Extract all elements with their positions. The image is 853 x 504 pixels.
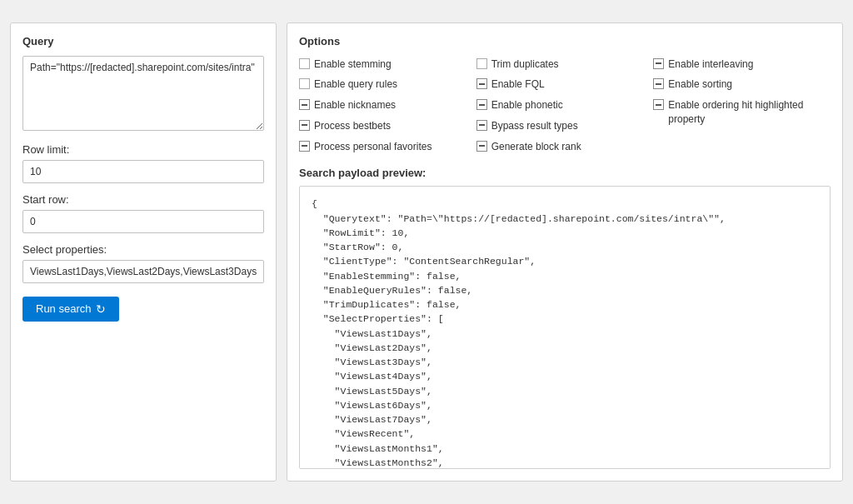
enable-query-rules-label: Enable query rules xyxy=(314,77,397,92)
right-panel: Options Enable stemming Enable query rul… xyxy=(287,22,843,482)
start-row-label: Start row: xyxy=(22,193,264,206)
options-panel-title: Options xyxy=(299,35,831,47)
run-search-button[interactable]: Run search ↻ xyxy=(22,297,119,322)
refresh-icon: ↻ xyxy=(96,302,106,316)
enable-stemming-label: Enable stemming xyxy=(314,57,392,72)
option-enable-stemming[interactable]: Enable stemming xyxy=(299,56,476,73)
enable-interleaving-checkbox[interactable] xyxy=(653,58,664,69)
options-col-1: Enable stemming Enable query rules Enabl… xyxy=(299,56,476,156)
minus-mark xyxy=(479,124,485,126)
minus-mark xyxy=(479,145,485,147)
json-preview[interactable]: { "Querytext": "Path=\"https://[redacted… xyxy=(299,186,831,469)
option-enable-nicknames[interactable]: Enable nicknames xyxy=(299,97,476,114)
enable-sorting-checkbox[interactable] xyxy=(653,78,664,89)
generate-block-rank-checkbox[interactable] xyxy=(476,141,487,152)
minus-mark xyxy=(302,124,307,126)
enable-nicknames-label: Enable nicknames xyxy=(314,98,396,112)
option-enable-sorting[interactable]: Enable sorting xyxy=(653,76,831,93)
process-bestbets-checkbox[interactable] xyxy=(299,120,310,131)
query-input[interactable]: Path="https://[redacted].sharepoint.com/… xyxy=(22,56,264,131)
enable-fql-checkbox[interactable] xyxy=(476,78,487,89)
option-enable-interleaving[interactable]: Enable interleaving xyxy=(653,56,831,73)
enable-nicknames-checkbox[interactable] xyxy=(299,99,310,110)
minus-mark xyxy=(302,104,307,106)
bypass-result-types-label: Bypass result types xyxy=(491,119,578,133)
run-search-label: Run search xyxy=(36,302,91,315)
process-personal-favorites-label: Process personal favorites xyxy=(314,140,431,154)
minus-mark xyxy=(656,83,661,85)
payload-preview-label: Search payload preview: xyxy=(299,167,831,179)
option-process-personal-favorites[interactable]: Process personal favorites xyxy=(299,138,476,156)
left-panel: Query Path="https://[redacted].sharepoin… xyxy=(10,22,277,482)
row-limit-input[interactable] xyxy=(22,160,264,183)
enable-query-rules-checkbox[interactable] xyxy=(299,78,310,89)
options-col-2: Trim duplicates Enable FQL Enable phonet… xyxy=(476,56,654,156)
enable-sorting-label: Enable sorting xyxy=(668,77,732,92)
trim-duplicates-label: Trim duplicates xyxy=(491,57,559,72)
minus-mark xyxy=(656,104,661,106)
bypass-result-types-checkbox[interactable] xyxy=(476,120,487,131)
start-row-input[interactable] xyxy=(22,210,264,233)
option-enable-phonetic[interactable]: Enable phonetic xyxy=(476,97,654,114)
process-personal-favorites-checkbox[interactable] xyxy=(299,141,310,152)
option-trim-duplicates[interactable]: Trim duplicates xyxy=(476,56,654,73)
option-generate-block-rank[interactable]: Generate block rank xyxy=(476,138,654,156)
option-process-bestbets[interactable]: Process bestbets xyxy=(299,117,476,135)
minus-mark xyxy=(479,83,485,85)
options-col-3: Enable interleaving Enable sorting Enabl… xyxy=(653,56,831,156)
minus-mark xyxy=(479,104,485,106)
option-enable-fql[interactable]: Enable FQL xyxy=(476,76,654,93)
enable-interleaving-label: Enable interleaving xyxy=(668,57,753,72)
enable-ordering-hit-highlighted-checkbox[interactable] xyxy=(653,99,664,110)
enable-phonetic-checkbox[interactable] xyxy=(476,99,487,110)
enable-fql-label: Enable FQL xyxy=(491,77,545,92)
generate-block-rank-label: Generate block rank xyxy=(491,140,581,154)
enable-stemming-checkbox[interactable] xyxy=(299,58,310,69)
option-enable-query-rules[interactable]: Enable query rules xyxy=(299,76,476,93)
minus-mark xyxy=(302,145,307,147)
main-container: Query Path="https://[redacted].sharepoin… xyxy=(10,22,843,482)
select-properties-label: Select properties: xyxy=(22,243,264,256)
minus-mark xyxy=(656,62,661,64)
enable-ordering-hit-highlighted-label: Enable ordering hit highlighted property xyxy=(668,98,831,127)
row-limit-label: Row limit: xyxy=(22,143,264,156)
enable-phonetic-label: Enable phonetic xyxy=(491,98,563,112)
option-bypass-result-types[interactable]: Bypass result types xyxy=(476,117,654,135)
process-bestbets-label: Process bestbets xyxy=(314,119,391,133)
select-properties-input[interactable] xyxy=(22,260,264,283)
option-enable-ordering-hit-highlighted[interactable]: Enable ordering hit highlighted property xyxy=(653,97,831,128)
query-panel-title: Query xyxy=(22,35,264,47)
options-grid: Enable stemming Enable query rules Enabl… xyxy=(299,56,831,156)
trim-duplicates-checkbox[interactable] xyxy=(476,58,487,69)
